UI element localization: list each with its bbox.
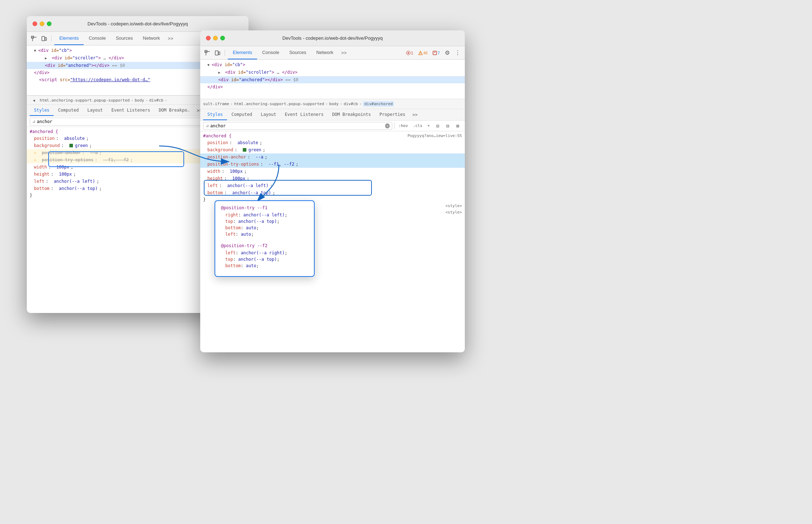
pt-prop-bottom-auto-2: bottom: auto; [225, 263, 308, 269]
green-color-swatch-2[interactable] [243, 148, 246, 152]
style-tab-styles-2[interactable]: Styles [203, 109, 227, 120]
css-prop-position-anchor-2[interactable]: position-anchor: --a; [200, 153, 465, 161]
cls-button-2[interactable]: .cls [412, 123, 424, 129]
traffic-lights-2 [206, 36, 225, 40]
style-icons-right-2: ⊡ ⊟ ⊞ [433, 122, 462, 130]
filter-input-2[interactable] [210, 123, 384, 128]
minimize-button-2[interactable] [213, 36, 218, 40]
style-tab-computed-1[interactable]: Computed [54, 105, 83, 116]
style-tab-styles-1[interactable]: Styles [30, 105, 54, 116]
css-prop-position-try-2[interactable]: position-try-options: --f1, --f2; [200, 161, 465, 168]
more-icon-2[interactable]: ⋮ [453, 49, 462, 56]
style-tab-dom-2[interactable]: DOM Breakpoints [328, 109, 375, 120]
style-tab-layout-1[interactable]: Layout [83, 105, 107, 116]
pt-prop-left-auto: left: auto; [225, 231, 308, 237]
toolbar-2: Elements Console Sources Network >> 1 46… [200, 46, 465, 60]
inspect-icon-2[interactable] [203, 49, 212, 57]
maximize-button-2[interactable] [220, 36, 225, 40]
styles-more-2[interactable]: >> [410, 112, 420, 117]
bc-arrow-3: › [165, 98, 167, 102]
close-button-1[interactable] [33, 21, 37, 26]
titlebar-1: DevTools - codepen.io/web-dot-dev/live/P… [27, 16, 248, 32]
source-badge-2[interactable]: Pogyyyq?ano…iew=live:55 [408, 133, 462, 138]
css-prop-position-2[interactable]: position: absolute; [200, 139, 465, 146]
titlebar-2: DevTools - codepen.io/web-dot-dev/live/P… [200, 30, 465, 46]
hov-button-2[interactable]: :hov [397, 123, 409, 129]
warning-badge: 46 [417, 51, 429, 55]
css-prop-bottom-2[interactable]: bottom: anchor(--a top); [200, 189, 465, 196]
filter-bar-2: ⊿ ✕ :hov .cls + ⊡ ⊟ ⊞ [200, 121, 465, 131]
grid-icon-2[interactable]: ⊟ [443, 122, 452, 130]
filter-funnel-icon-1: ⊿ [32, 119, 35, 124]
html-tree-lines-2: ▼<div id="cb"> ▶ <div id="scroller"> … <… [200, 60, 465, 99]
style-tab-dom-1[interactable]: DOM Breakpo… [154, 105, 194, 116]
style-tab-props-2[interactable]: Properties [375, 109, 409, 120]
tree-line-w2-4[interactable]: </div> [200, 83, 465, 90]
device-icon[interactable] [40, 34, 48, 43]
more-tabs-1[interactable]: >> [165, 32, 176, 45]
tree-line-w2-2[interactable]: ▶ <div id="scroller"> … </div> [200, 69, 465, 76]
css-prop-background-2[interactable]: background: green; [200, 146, 465, 153]
close-button-2[interactable] [206, 36, 211, 40]
position-try-popup: @position-try --f1 right: anchor(--a lef… [215, 200, 315, 277]
layers-icon-2[interactable]: ⊡ [433, 122, 442, 130]
pt-prop-left-right: left: anchor(--a right); [225, 250, 308, 256]
tab-network-1[interactable]: Network [138, 32, 165, 45]
tree-line-w2-3-selected[interactable]: <div id="anchored"></div> == $0 [200, 76, 465, 83]
info-badge: 7 [431, 51, 441, 55]
tab-sources-1[interactable]: Sources [111, 32, 138, 45]
bc-item-divanchored[interactable]: div#anchored [363, 101, 394, 107]
css-selector-2: #anchored { [203, 133, 231, 138]
window-title-1: DevTools - codepen.io/web-dot-dev/live/P… [88, 21, 188, 26]
breadcrumb-item-3[interactable]: div#cb [149, 98, 163, 103]
style-tab-layout-2[interactable]: Layout [256, 109, 280, 120]
css-prop-width-2[interactable]: width: 100px; [200, 168, 465, 175]
pt-props-f1: right: anchor(--a left); top: anchor(--a… [225, 212, 308, 237]
tab-sources-2[interactable]: Sources [284, 46, 311, 59]
style-tab-computed-2[interactable]: Computed [227, 109, 256, 120]
device-icon-2[interactable] [213, 49, 222, 57]
bc-item-divcb[interactable]: div#cb [344, 102, 358, 106]
tab-console-1[interactable]: Console [84, 32, 111, 45]
popup-spacer [221, 240, 308, 243]
tab-console-2[interactable]: Console [257, 46, 284, 59]
svg-rect-3 [42, 36, 45, 41]
css-prop-height-2[interactable]: height: 100px; [200, 175, 465, 182]
html-tree-2: ▼<div id="cb"> ▶ <div id="scroller"> … <… [200, 60, 465, 214]
tree-line-w2-1[interactable]: ▼<div id="cb"> [200, 61, 465, 69]
inspect-icon[interactable] [30, 34, 38, 43]
css-selector-1: #anchored { [30, 129, 58, 134]
minimize-button-1[interactable] [40, 21, 44, 26]
maximize-button-1[interactable] [47, 21, 51, 26]
filter-input-1[interactable] [37, 119, 206, 124]
breadcrumb-item-1[interactable]: html.anchoring-support.popup-supported [40, 98, 130, 103]
devtools-window-2: DevTools - codepen.io/web-dot-dev/live/P… [200, 30, 465, 352]
window-title-2: DevTools - codepen.io/web-dot-dev/live/P… [282, 35, 383, 41]
green-color-swatch-1[interactable] [69, 144, 73, 147]
style-tab-events-2[interactable]: Event Listeners [281, 109, 328, 120]
svg-rect-4 [45, 38, 46, 40]
svg-rect-8 [215, 51, 218, 55]
settings-icon-2[interactable]: ⚙ [443, 49, 451, 56]
warning-icon-1: ⚠ [34, 150, 36, 156]
bc-item-html-anchoring[interactable]: html.anchoring-support.popup-supported [234, 102, 324, 106]
breadcrumb-item-2[interactable]: body [135, 98, 144, 103]
svg-rect-9 [218, 52, 220, 55]
filter-funnel-icon-2: ⊿ [206, 123, 209, 128]
breadcrumb-back-icon[interactable]: ◀ [30, 96, 38, 104]
tab-network-2[interactable]: Network [311, 46, 339, 59]
tab-elements-1[interactable]: Elements [54, 32, 84, 45]
breadcrumb-2: sult-iframe › html.anchoring-support.pop… [200, 99, 465, 109]
rule-header-2: #anchored { Pogyyyq?ano…iew=live:55 [200, 133, 465, 139]
expand-icon-2[interactable]: ⊞ [453, 122, 462, 130]
bc-item-body[interactable]: body [329, 102, 339, 106]
tab-elements-2[interactable]: Elements [228, 46, 257, 59]
style-tab-events-1[interactable]: Event Listeners [107, 105, 154, 116]
css-prop-left-2[interactable]: left: anchor(--a left); [200, 182, 465, 189]
more-tabs-2[interactable]: >> [338, 46, 349, 59]
bc-item-sult-iframe[interactable]: sult-iframe [203, 102, 229, 106]
add-style-button-2[interactable]: + [426, 123, 431, 129]
tab-bar-1: Elements Console Sources Network >> [54, 32, 176, 45]
pt-prop-top-2: top: anchor(--a top); [225, 256, 308, 263]
clear-filter-button-2[interactable]: ✕ [385, 123, 390, 128]
